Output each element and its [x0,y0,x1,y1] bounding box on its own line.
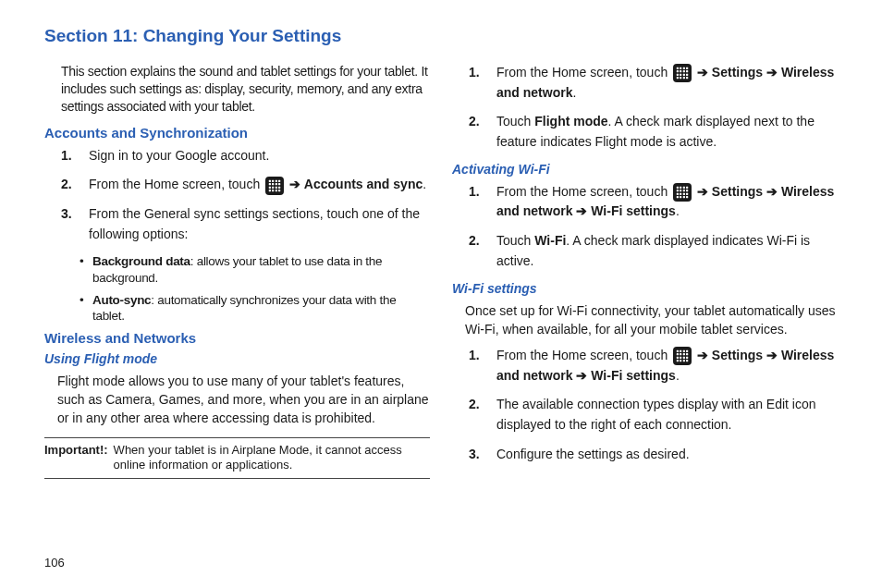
step-item: From the General sync settings sections,… [61,204,430,244]
step-text: From the Home screen, touch [496,65,671,80]
step-item: Touch Wi-Fi. A check mark displayed indi… [469,231,838,271]
step-item: From the Home screen, touch ➔ Settings ➔… [469,346,838,386]
step-item: From the Home screen, touch ➔ Settings ➔… [469,182,838,222]
step-item: From the Home screen, touch ➔ Settings ➔… [469,63,838,103]
step-text: From the Home screen, touch [496,184,671,199]
menu-path: Settings [712,348,763,362]
step-item: Touch Flight mode. A check mark displaye… [469,112,838,152]
arrow-icon: ➔ [766,65,778,80]
subheading-wifi-set: Wi-Fi settings [452,281,838,296]
arrow-icon: ➔ [576,368,587,383]
step-text: Touch [496,114,534,129]
menu-path: Wi-Fi [534,233,566,248]
flight-para: Flight mode allows you to use many of yo… [57,372,430,428]
page-number: 106 [44,556,65,570]
accounts-steps: Sign in to your Google account. From the… [44,146,430,245]
step-item: Configure the settings as desired. [469,445,838,465]
important-label: Important!: [44,443,108,474]
menu-path: Wi-Fi settings [591,203,676,218]
important-text: When your tablet is in Airplane Mode, it… [114,443,430,474]
heading-accounts: Accounts and Synchronization [44,125,430,141]
content-columns: This section explains the sound and tabl… [44,63,838,479]
flight-steps: From the Home screen, touch ➔ Settings ➔… [452,63,838,153]
menu-path: Settings [712,65,763,80]
menu-path: Flight mode [534,114,607,129]
intro-text: This section explains the sound and tabl… [61,63,430,116]
arrow-icon: ➔ [289,177,300,191]
apps-icon [265,177,284,195]
right-column: From the Home screen, touch ➔ Settings ➔… [452,63,838,479]
step-text: From the Home screen, touch [496,348,671,362]
arrow-icon: ➔ [697,65,708,80]
step-item: The available connection types display w… [469,395,838,435]
bullet-item: Auto-sync: automatically synchronizes yo… [83,292,430,325]
period: . [572,85,576,100]
heading-wireless: Wireless and Networks [44,330,430,346]
period: . [676,203,680,218]
menu-path: Wi-Fi settings [591,368,676,383]
arrow-icon: ➔ [766,184,778,199]
subheading-flight: Using Flight mode [44,351,430,366]
step-text: From the Home screen, touch [89,177,263,191]
apps-icon [673,347,692,365]
period: . [676,368,680,383]
bullet-label: Auto-sync [92,293,151,307]
step-item: From the Home screen, touch ➔ Accounts a… [61,175,430,195]
accounts-bullets: Background data: allows your tablet to u… [44,253,430,324]
wifi-set-para: Once set up for Wi-Fi connectivity, your… [465,301,838,339]
subheading-wifi-act: Activating Wi-Fi [452,162,838,177]
left-column: This section explains the sound and tabl… [44,63,430,479]
period: . [423,177,426,191]
step-text: Touch [496,233,534,248]
bullet-label: Background data [92,254,190,268]
bullet-item: Background data: allows your tablet to u… [83,253,430,286]
step-item: Sign in to your Google account. [61,146,430,166]
apps-icon [673,64,692,82]
arrow-icon: ➔ [697,348,708,362]
apps-icon [673,183,692,202]
arrow-icon: ➔ [576,203,587,218]
arrow-icon: ➔ [697,184,708,199]
wifi-set-steps: From the Home screen, touch ➔ Settings ➔… [452,346,838,464]
arrow-icon: ➔ [766,348,778,362]
menu-path: Settings [712,184,763,199]
important-box: Important!: When your tablet is in Airpl… [44,437,430,480]
menu-path: Accounts and sync [304,177,423,191]
wifi-act-steps: From the Home screen, touch ➔ Settings ➔… [452,182,838,272]
page-title: Section 11: Changing Your Settings [44,26,838,46]
